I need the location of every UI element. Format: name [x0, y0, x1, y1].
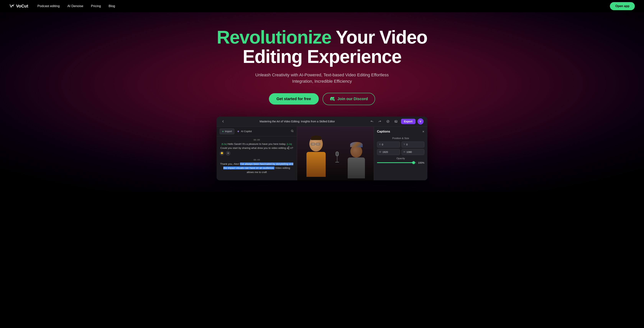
- transcript-highlighted-text: I've always been fascinated by storytell…: [223, 162, 293, 170]
- hero-section: Revolutionize Your VideoEditing Experien…: [0, 12, 644, 192]
- video-scene: [297, 127, 374, 180]
- ai-copilot-icon: [237, 130, 240, 133]
- person-left-hair: [311, 135, 321, 140]
- field-y-value[interactable]: 0: [406, 143, 408, 146]
- transcript-block-1: 00:00 [5.3s] Hello Sarah! It's a pleasur…: [220, 139, 294, 156]
- vocut-logo-icon: [9, 4, 14, 9]
- transcript-block-2: 00:44 Thank you, Alex! I've always been …: [220, 159, 294, 174]
- nav-link-podcast[interactable]: Podcast editing: [38, 4, 60, 8]
- opacity-label: Opacity: [377, 157, 424, 160]
- opacity-section: Opacity 100%: [377, 157, 424, 164]
- captions-panel: Captions × Position & Size X 0 Y: [374, 127, 428, 180]
- image-icon: [393, 118, 399, 125]
- microphone-left: [335, 152, 339, 167]
- transcript-time-1: 00:00: [220, 139, 294, 141]
- app-header-actions: Export V: [369, 118, 424, 125]
- field-x-label: X: [379, 143, 381, 146]
- glasses-left-lens: [311, 143, 315, 145]
- position-size-section: Position & Size X 0 Y 0 W: [377, 137, 424, 164]
- transcript-action-icon[interactable]: ⊞: [226, 151, 230, 156]
- hero-title-green: Revolutionize: [217, 27, 332, 47]
- field-y: Y 0: [402, 142, 424, 148]
- app-header: Mastering the Art of Video Editing: Insi…: [216, 117, 428, 127]
- back-button[interactable]: [220, 119, 226, 124]
- position-size-label: Position & Size: [377, 137, 424, 140]
- open-app-button[interactable]: Open app: [610, 2, 635, 10]
- mic-capsule: [336, 152, 339, 156]
- transcript-time-2: 00:44: [220, 159, 294, 161]
- app-preview: Mastering the Art of Video Editing: Insi…: [216, 117, 428, 180]
- app-toolbar: + Import AI Copilot: [216, 127, 297, 136]
- captions-panel-title: Captions: [377, 130, 390, 133]
- hero-subtitle: Unleash Creativity with AI-Powered, Text…: [249, 72, 395, 84]
- ai-copilot-button[interactable]: AI Copilot: [237, 130, 252, 133]
- app-body: + Import AI Copilot 00:00: [216, 127, 428, 180]
- check-icon: [385, 118, 391, 125]
- navigation: VoCut Podcast editing AI Denoise Pricing…: [0, 0, 644, 12]
- field-h-label: H: [404, 151, 406, 153]
- captions-fields: X 0 Y 0 W 1920: [377, 142, 424, 155]
- export-button[interactable]: Export: [401, 119, 416, 124]
- import-button[interactable]: + Import: [220, 129, 234, 134]
- person-right-body: [348, 157, 365, 178]
- mic-base: [335, 162, 339, 162]
- captions-header: Captions ×: [377, 130, 424, 134]
- transcript-panel: + Import AI Copilot 00:00: [216, 127, 297, 180]
- field-w: W 1920: [377, 149, 400, 155]
- discord-button-label: Join our Discord: [338, 97, 368, 101]
- field-y-label: Y: [404, 143, 405, 146]
- glasses-right-lens: [316, 143, 320, 145]
- opacity-slider-row: 100%: [377, 161, 424, 164]
- hero-content: Revolutionize Your VideoEditing Experien…: [216, 28, 428, 180]
- hero-buttons: Get started for free Join our Discord: [216, 93, 428, 105]
- nav-link-denoise[interactable]: AI Denoise: [67, 4, 83, 8]
- app-document-title: Mastering the Art of Video Editing: Insi…: [228, 120, 366, 123]
- field-w-label: W: [379, 151, 381, 153]
- field-w-value[interactable]: 1920: [382, 151, 388, 153]
- redo-button[interactable]: [377, 118, 383, 125]
- undo-button[interactable]: [369, 118, 375, 125]
- video-preview: [297, 127, 374, 180]
- logo-link[interactable]: VoCut: [9, 4, 28, 9]
- transcript-text-1: [5.3s] Hello Sarah! It's a pleasure to h…: [220, 142, 294, 150]
- person-left-body: [306, 152, 326, 177]
- field-h: H 1080: [402, 149, 424, 155]
- transcript-emoji-icon[interactable]: 🙂: [220, 151, 224, 156]
- get-started-button[interactable]: Get started for free: [269, 93, 319, 105]
- video-panel: [297, 127, 374, 180]
- mic-stand: [337, 156, 337, 162]
- transcript-text-2: Thank you, Alex! I've always been fascin…: [220, 162, 294, 174]
- hero-title: Revolutionize Your VideoEditing Experien…: [216, 28, 428, 66]
- captions-close-button[interactable]: ×: [422, 130, 424, 134]
- field-h-value[interactable]: 1080: [406, 151, 412, 153]
- search-icon[interactable]: [291, 130, 294, 133]
- import-label: Import: [225, 130, 232, 133]
- head-wrap: [350, 142, 363, 147]
- person-left-head: [309, 136, 323, 152]
- field-x: X 0: [377, 142, 400, 148]
- plus-icon: +: [222, 130, 224, 133]
- transcript-duration-1: [5.3s]: [222, 143, 227, 145]
- logo-text: VoCut: [16, 4, 28, 9]
- join-discord-button[interactable]: Join our Discord: [322, 93, 375, 105]
- person-left: [299, 136, 333, 178]
- ai-copilot-label: AI Copilot: [241, 130, 252, 133]
- transcript-content: 00:00 [5.3s] Hello Sarah! It's a pleasur…: [216, 136, 297, 180]
- glasses: [311, 143, 321, 145]
- person-right: [341, 140, 372, 178]
- nav-link-blog[interactable]: Blog: [109, 4, 115, 8]
- field-x-value[interactable]: 0: [382, 143, 383, 146]
- nav-links: Podcast editing AI Denoise Pricing Blog: [38, 4, 610, 8]
- svg-point-2: [395, 121, 396, 121]
- nav-link-pricing[interactable]: Pricing: [91, 4, 101, 8]
- opacity-value: 100%: [418, 161, 424, 164]
- opacity-thumb[interactable]: [412, 161, 415, 164]
- opacity-slider[interactable]: [377, 162, 416, 163]
- transcript-duration-2: [1.2s]: [287, 143, 292, 145]
- user-avatar: V: [418, 118, 424, 125]
- transcript-icons: 🙂 ⊞: [220, 151, 294, 156]
- discord-icon: [330, 96, 335, 102]
